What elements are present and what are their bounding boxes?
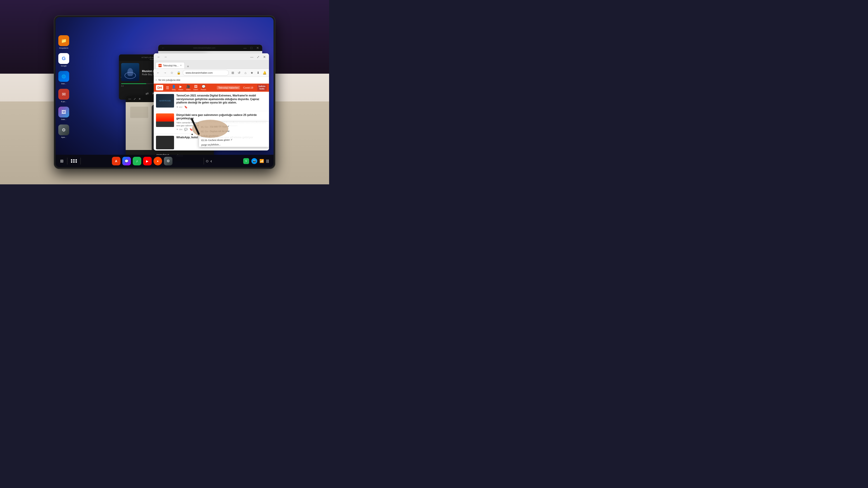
browser-tab-label: Teknoloji Ha... xyxy=(163,64,179,67)
warframe-bookmark-icon[interactable]: 🔖 xyxy=(184,105,188,109)
add-bookmark-button[interactable]: + xyxy=(156,79,157,81)
news-item-warframe[interactable]: WARFRAME TennoCon 2021 sırasında Digital… xyxy=(154,92,269,111)
toolbar-nav-covid[interactable]: Covid-19 xyxy=(242,86,254,90)
login-person-icon: 👤 xyxy=(172,85,176,88)
ayarlar-icon: ⚙ xyxy=(58,125,69,135)
taskbar-left: ⊞ xyxy=(60,158,81,164)
indirim-badge[interactable]: İndirimkodu xyxy=(257,85,267,91)
address-bar[interactable]: www.donanimhaber.com xyxy=(183,70,229,76)
sidebar-item-eposta[interactable]: ✉ E-po... xyxy=(58,89,69,103)
browser-titlebar: ← → — ⤢ ✕ xyxy=(154,53,269,61)
browser-back-nav-button[interactable]: ← xyxy=(156,70,161,75)
recent-dot-6 xyxy=(75,161,77,163)
camera-minimize[interactable]: — xyxy=(128,97,131,101)
toolbar-nav-teknoloji[interactable]: Teknoloji Haberleri xyxy=(217,86,240,90)
browser-bookmark-button[interactable]: ☆ xyxy=(169,70,175,75)
taskbar-recent-apps xyxy=(71,159,77,163)
recent-dot-4 xyxy=(71,161,72,163)
tab-close-button[interactable]: ✕ xyxy=(180,64,182,67)
nav-refresh-button[interactable]: ↺ xyxy=(237,70,242,75)
browser-tab-active[interactable]: DH Teknoloji Ha... ✕ xyxy=(156,62,185,68)
tablet-device: 📁 Dosyalarım G Google 🌐 İnter... ✉ E-po.… xyxy=(54,15,275,169)
dh-tab-logo: DH xyxy=(158,64,162,67)
browser-forward-nav-button[interactable]: → xyxy=(162,70,168,75)
internet-label: İnter... xyxy=(61,83,66,85)
browser-bg-back[interactable]: ← xyxy=(160,45,166,51)
nav-home-button[interactable]: ⌂ xyxy=(243,70,248,75)
sidebar-item-ayarlar[interactable]: ⚙ Ayar... xyxy=(58,125,69,138)
news-thumb-warframe: WARFRAME xyxy=(156,94,174,107)
toolbar-haber-button[interactable]: ▶ Haber xyxy=(178,85,183,91)
browser-close-button[interactable]: ✕ xyxy=(262,55,267,59)
news-title-city: Dünya'daki sera gazı salınımının çoğunlu… xyxy=(176,113,267,121)
forum-label: Forum xyxy=(201,89,206,91)
browser-forward-button[interactable]: → xyxy=(163,54,168,60)
browser-minimize-button[interactable]: — xyxy=(250,55,254,59)
galeri-toolbar-label: Galeri xyxy=(193,89,198,91)
browser-bg-minimize[interactable]: — xyxy=(243,46,247,50)
room-element xyxy=(130,107,148,118)
taskbar-settings-icon[interactable]: ⚙ xyxy=(164,157,173,165)
sidebar-item-dosyalarim[interactable]: 📁 Dosyalarım xyxy=(58,35,69,49)
taskbar-browser-icon[interactable]: ● xyxy=(153,157,162,165)
handwriting-note: 01. Co - 350 800 TV fiyat ✓ 02. Co - Dep… xyxy=(199,122,269,147)
browser-bg-controls: — □ ✕ xyxy=(243,46,260,50)
bookmark-label[interactable]: Yer imi çubuğuna ekle xyxy=(158,79,180,81)
nav-downloads-button[interactable]: ⬇ xyxy=(255,70,261,75)
taskbar-center-nav: ○ ‹ xyxy=(204,158,212,164)
sidebar-item-galeri[interactable]: 🖼 Gale... xyxy=(58,107,69,121)
taskbar-grid-icon[interactable]: ⊞ xyxy=(60,159,64,164)
taskbar-right-area: S 📷 📶 ||| xyxy=(243,158,269,164)
taskbar-right-icon-2[interactable]: 📷 xyxy=(251,158,257,164)
camera-close[interactable]: ✕ xyxy=(138,97,142,101)
toolbar-login-button[interactable]: 👤 Giriş xyxy=(172,85,176,91)
spotify-shuffle-button[interactable]: ⇄ xyxy=(146,91,149,96)
new-tab-button[interactable]: + xyxy=(186,64,190,68)
taskbar-home-button[interactable]: ○ xyxy=(206,158,209,164)
taskbar-aliexpress-icon[interactable]: A xyxy=(112,157,121,165)
video-label: Video xyxy=(186,89,191,91)
toolbar-forum-button[interactable]: 💬 Forum xyxy=(201,85,206,91)
browser-tabs-bar: DH Teknoloji Ha... ✕ + xyxy=(154,61,269,69)
city-bookmark-icon[interactable]: 🔖 xyxy=(189,128,193,131)
toolbar-menu-button[interactable]: ☰ xyxy=(166,86,169,90)
album-figure xyxy=(127,68,133,76)
taskbar-youtube-icon[interactable]: ▶ xyxy=(143,157,152,165)
eposta-icon: ✉ xyxy=(58,89,69,100)
toolbar-galeri-button[interactable]: 🖼 Galeri xyxy=(193,85,198,91)
galeri-label: Gale... xyxy=(61,119,66,121)
recent-grid xyxy=(71,159,77,163)
taskbar-right-icon-1[interactable]: S xyxy=(243,158,249,164)
browser-maximize-button[interactable]: ⤢ xyxy=(256,55,260,59)
galeri-icon: 🖼 xyxy=(58,107,69,118)
city-comment-icon[interactable]: 💬 xyxy=(184,128,188,131)
taskbar-divider-1 xyxy=(67,158,67,164)
sidebar: 📁 Dosyalarım G Google 🌐 İnter... ✉ E-po.… xyxy=(58,35,69,138)
handwriting-content: 01. Co - 350 800 TV fiyat ✓ 02. Co - Dep… xyxy=(201,124,267,147)
taskbar-spotify-icon[interactable]: ♪ xyxy=(133,157,141,165)
dosyalarim-label: Dosyalarım xyxy=(59,47,68,49)
news-thumb-city xyxy=(156,113,174,127)
camera-maximize[interactable]: ⤢ xyxy=(133,97,136,101)
taskbar-back-button[interactable]: ‹ xyxy=(211,158,212,164)
taskbar-wifi-icon[interactable]: 📶 xyxy=(259,159,264,163)
toolbar-video-button[interactable]: 🎥 Video xyxy=(186,85,191,91)
nav-notifications-button[interactable]: 🔔 xyxy=(262,70,267,75)
galeri-toolbar-icon: 🖼 xyxy=(194,85,197,88)
browser-lock-button[interactable]: 🔒 xyxy=(176,70,181,75)
taskbar-messenger-icon[interactable]: 💬 xyxy=(122,157,131,165)
nav-action-buttons: ⊞ ↺ ⌂ ★ ⬇ 🔔 xyxy=(230,70,267,75)
browser-bg-maximize[interactable]: □ xyxy=(249,46,254,50)
browser-bg-nav: ← xyxy=(160,45,166,51)
sidebar-item-google[interactable]: G Google xyxy=(58,53,69,67)
recent-dot-5 xyxy=(73,161,74,163)
recent-row-2 xyxy=(71,161,77,163)
recent-dot-2 xyxy=(73,159,74,161)
sidebar-item-internet[interactable]: 🌐 İnter... xyxy=(58,71,69,85)
nav-extensions-button[interactable]: ⊞ xyxy=(230,70,236,75)
recent-dot-3 xyxy=(75,159,77,161)
browser-bg-close[interactable]: ✕ xyxy=(255,46,260,50)
browser-back-button[interactable]: ← xyxy=(156,54,161,60)
login-label: Giriş xyxy=(172,89,176,91)
nav-favorites-button[interactable]: ★ xyxy=(249,70,254,75)
